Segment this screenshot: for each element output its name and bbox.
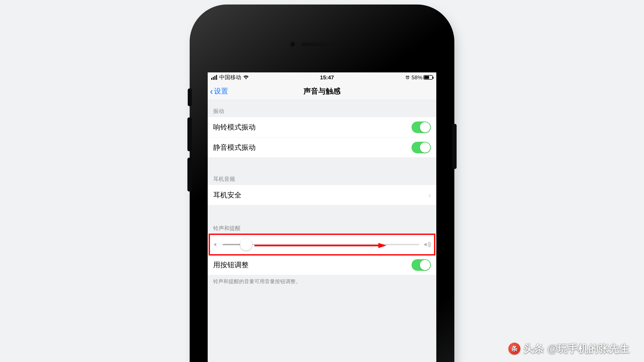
page-title: 声音与触感	[208, 86, 436, 96]
carrier-name: 中国移动	[219, 74, 241, 81]
volume-up-button	[188, 117, 192, 151]
toggle-silent-vibrate[interactable]	[412, 142, 431, 153]
row-label: 耳机安全	[213, 190, 428, 200]
watermark: 条 头条 @玩手机的张先生	[508, 342, 630, 356]
speaker-low-icon	[213, 242, 218, 247]
section-header-ringer: 铃声和提醒	[208, 205, 436, 234]
section-footer: 铃声和提醒的音量可用音量按钮调整。	[208, 275, 436, 292]
row-headphone-safety[interactable]: 耳机安全 ›	[208, 185, 436, 205]
power-button	[452, 124, 456, 169]
row-label: 响铃模式振动	[213, 122, 412, 132]
watermark-handle: @玩手机的张先生	[548, 342, 630, 356]
row-label: 静音模式振动	[213, 143, 412, 152]
battery-indicator: 58%	[412, 74, 433, 81]
slider-thumb[interactable]	[240, 239, 252, 251]
speaker-high-icon	[424, 242, 431, 247]
toggle-ring-vibrate[interactable]	[412, 121, 431, 133]
toutiao-logo-icon: 条	[508, 343, 520, 355]
row-label: 用按钮调整	[213, 260, 412, 270]
toggle-button-adjust[interactable]	[412, 259, 431, 271]
earpiece	[301, 43, 343, 46]
row-button-adjust[interactable]: 用按钮调整	[208, 255, 436, 275]
row-ringer-volume	[208, 234, 436, 255]
ringer-volume-slider[interactable]	[222, 244, 419, 245]
mute-switch	[188, 88, 192, 106]
signal-bars-icon	[211, 75, 217, 80]
wifi-icon	[244, 75, 248, 79]
section-header-vibrate: 振动	[208, 100, 436, 117]
alarm-icon	[406, 75, 410, 79]
battery-percent: 58%	[412, 74, 422, 81]
front-camera	[290, 41, 296, 47]
row-ring-vibrate[interactable]: 响铃模式振动	[208, 117, 436, 137]
clock: 15:47	[248, 74, 406, 81]
volume-down-button	[188, 158, 192, 191]
section-header-headphone: 耳机音频	[208, 158, 436, 185]
chevron-right-icon: ›	[428, 191, 431, 199]
watermark-source: 头条	[524, 342, 544, 356]
phone-frame: 中国移动 15:47 58% ‹ 设置 声音与触	[193, 8, 451, 362]
nav-bar: ‹ 设置 声音与触感	[208, 82, 436, 100]
screen: 中国移动 15:47 58% ‹ 设置 声音与触	[208, 72, 436, 362]
status-bar: 中国移动 15:47 58%	[208, 72, 436, 82]
row-silent-vibrate[interactable]: 静音模式振动	[208, 137, 436, 158]
